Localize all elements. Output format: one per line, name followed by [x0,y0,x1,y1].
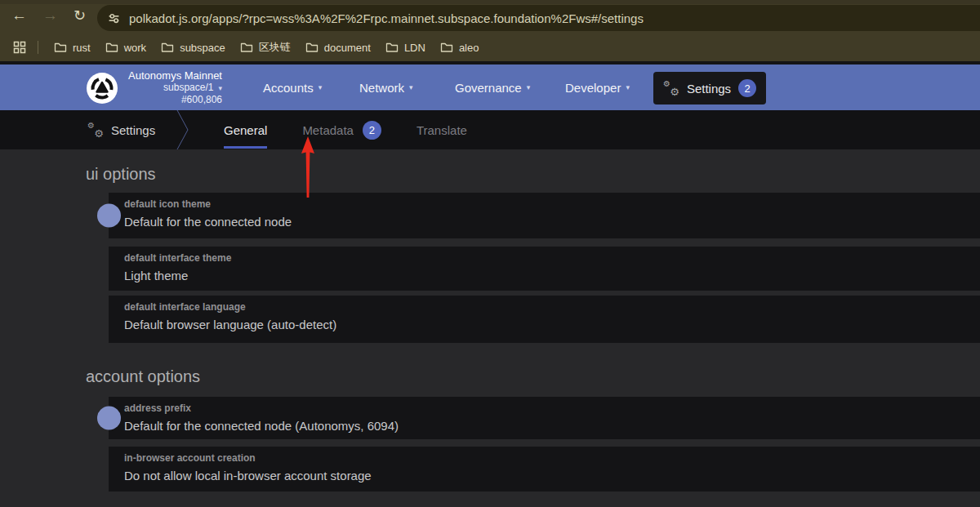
gear-icon: ⚙⚙ [87,122,104,138]
bookmark-label: document [324,42,371,54]
tab-metadata[interactable]: Metadata 2 [302,110,381,149]
bookmark-folder-ldn[interactable]: LDN [378,38,433,57]
chevron-down-icon: ▾ [527,83,531,91]
back-button[interactable]: ← [11,7,27,24]
folder-icon [305,42,318,53]
tab-general[interactable]: General [224,110,267,149]
bookmark-label: aleo [459,42,479,54]
nav-governance[interactable]: Governance▾ [455,64,530,110]
folder-icon [105,42,118,53]
setting-row-default-icon-theme[interactable]: default icon theme Default for the conne… [109,193,980,238]
chevron-down-icon: ▾ [218,84,222,92]
setting-label: default interface theme [124,252,980,264]
bookmark-folder-work[interactable]: work [98,38,154,57]
gear-icon: ⚙⚙ [663,80,679,96]
bookmark-label: 区块链 [259,40,291,55]
autonomys-logo[interactable] [87,73,118,104]
bookmark-folder-subspace[interactable]: subspace [154,38,233,57]
runtime-version[interactable]: subspace/1▾ [114,82,222,94]
setting-value[interactable]: Default for the connected node [124,215,980,229]
chevron-down-icon: ▾ [318,83,323,91]
tab-translate[interactable]: Translate [416,110,467,149]
reload-button[interactable]: ↻ [74,7,86,24]
setting-row-default-interface-theme[interactable]: default interface theme Light theme [109,247,980,291]
bookmark-folder-document[interactable]: document [298,38,378,57]
app-header: Autonomys Mainnet subspace/1▾ #600,806 A… [0,64,980,110]
setting-value[interactable]: Light theme [124,269,980,282]
setting-value[interactable]: Do not allow local in-browser account st… [124,469,980,483]
bookmark-label: subspace [180,42,225,54]
setting-row-in-browser-account-creation[interactable]: in-browser account creation Do not allow… [109,447,980,491]
chevron-down-icon: ▾ [409,83,413,91]
folder-icon [240,42,253,53]
folder-icon [161,42,174,53]
settings-badge: 2 [738,79,756,97]
section-title-label: Settings [111,123,155,137]
apps-grid-icon[interactable] [13,41,26,54]
folder-icon [54,42,67,53]
bookmark-folder-rust[interactable]: rust [47,38,98,57]
forward-button: → [42,7,58,24]
settings-label: Settings [687,82,731,96]
url-text[interactable]: polkadot.js.org/apps/?rpc=wss%3A%2F%2Frp… [129,11,644,25]
setting-label: address prefix [124,402,980,414]
section-heading-ui-options: ui options [86,165,156,184]
setting-row-address-prefix[interactable]: address prefix Default for the connected… [109,397,980,439]
bookmarks-separator [38,41,38,54]
folder-icon [440,42,453,53]
icon-theme-dot [97,204,121,228]
section-title: ⚙⚙ Settings [87,110,155,149]
section-heading-account-options: account options [86,367,200,386]
nav-settings-active[interactable]: ⚙⚙ Settings 2 [653,72,766,105]
bookmark-folder-blockchain[interactable]: 区块链 [233,37,298,58]
setting-label: default icon theme [124,198,980,210]
bookmark-label: rust [73,42,91,54]
bookmarks-bar: rust work subspace 区块链 document LDN aleo [0,33,980,61]
setting-label: default interface language [124,301,980,313]
nav-accounts[interactable]: Accounts▾ [263,64,322,110]
setting-value[interactable]: Default for the connected node (Autonomy… [124,419,980,433]
chevron-down-icon: ▾ [626,83,630,91]
bookmark-label: LDN [404,42,425,54]
site-info-icon[interactable] [108,12,120,24]
section-divider-chevron [176,110,191,149]
chain-name: Autonomys Mainnet [114,70,222,81]
nav-network[interactable]: Network▾ [359,64,413,110]
bookmark-folder-aleo[interactable]: aleo [433,38,487,57]
tab-list: General Metadata 2 Translate [224,110,467,149]
chain-selector[interactable]: Autonomys Mainnet subspace/1▾ #600,806 [114,70,222,105]
address-bar[interactable]: polkadot.js.org/apps/?rpc=wss%3A%2F%2Frp… [97,5,980,31]
bookmark-label: work [124,42,146,54]
setting-label: in-browser account creation [124,452,980,464]
address-prefix-dot [97,407,121,430]
folder-icon [385,42,399,53]
browser-toolbar: ← → ↻ polkadot.js.org/apps/?rpc=wss%3A%2… [0,4,980,33]
setting-value[interactable]: Default browser language (auto-detect) [124,318,980,331]
settings-tabbar: ⚙⚙ Settings General Metadata 2 Translate [0,110,980,149]
nav-developer[interactable]: Developer▾ [565,64,630,110]
metadata-badge: 2 [363,121,381,140]
best-block-number: #600,806 [114,95,222,105]
setting-row-default-interface-language[interactable]: default interface language Default brows… [109,296,980,343]
